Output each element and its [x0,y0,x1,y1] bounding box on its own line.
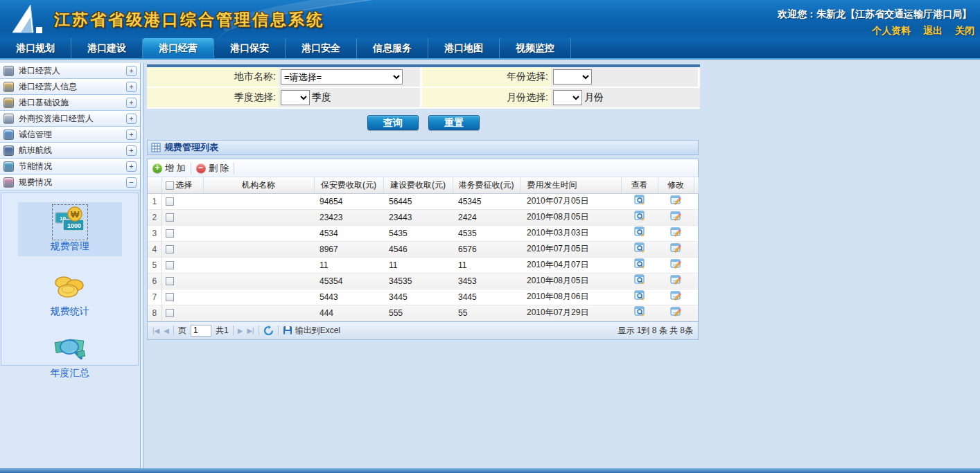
nav-tab-5[interactable]: 信息服务 [357,38,428,58]
next-page-icon[interactable]: ▶ [238,327,243,334]
nav-tab-7[interactable]: 视频监控 [500,38,571,58]
view-icon[interactable] [634,290,645,301]
expand-toggle-icon[interactable]: + [126,145,137,156]
quarter-label: 季度选择: [147,88,279,109]
city-select[interactable]: =请选择= [281,69,403,84]
nav-tab-1[interactable]: 港口建设 [71,38,143,58]
query-button[interactable]: 查询 [367,115,419,130]
view-icon[interactable] [634,226,645,238]
row-checkbox[interactable] [166,197,174,206]
security-fee-cell: 45354 [314,273,383,289]
date-column-header[interactable]: 费用发生时间 [520,177,621,193]
panel-title: 规费管理列表 [164,141,218,154]
submenu-item-annual-summary[interactable]: 年度汇总 [18,334,122,380]
expand-toggle-icon[interactable]: + [126,114,137,124]
expand-toggle-icon[interactable]: + [126,161,137,172]
reset-button[interactable]: 重置 [428,115,480,130]
fee-statistics-coins-icon [53,273,87,303]
row-checkbox[interactable] [166,229,174,238]
prev-page-icon[interactable]: ◀ [164,327,169,334]
row-checkbox[interactable] [166,245,174,253]
row-checkbox[interactable] [166,293,174,301]
view-column-header[interactable]: 查看 [621,177,658,193]
year-select[interactable] [553,69,592,84]
security-fee-cell: 94654 [314,193,383,209]
nav-tab-0[interactable]: 港口规划 [0,38,71,58]
year-field [551,67,700,88]
row-checkbox[interactable] [166,261,174,269]
nav-tab-6[interactable]: 港口地图 [428,38,500,58]
view-icon[interactable] [634,306,645,317]
org-column-header[interactable]: 机构名称 [203,177,314,193]
view-icon[interactable] [634,195,645,206]
sidebar: 港口经营人+港口经营人信息+港口基础设施+外商投资港口经营人+诚信管理+航班航线… [0,63,141,470]
edit-icon[interactable] [670,226,681,238]
foreign-investor-icon [3,114,14,124]
sidebar-item-0[interactable]: 港口经营人+ [0,63,140,79]
app-logo-icon [7,2,49,37]
edit-icon[interactable] [670,211,681,222]
close-link[interactable]: 关闭 [955,25,974,36]
select-column-header[interactable]: 选择 [161,177,203,193]
row-select-cell [161,257,203,273]
construction-fee-cell: 555 [383,305,453,321]
edit-icon[interactable] [670,195,681,206]
submenu-item-fee-management[interactable]: 10 1000 ₩ 规费管理 [18,202,122,256]
profile-link[interactable]: 个人资料 [872,25,911,36]
logout-link[interactable]: 退出 [923,25,943,36]
port-fee-column-header[interactable]: 港务费征收(元) [453,177,520,193]
rownum-header [148,177,161,193]
sidebar-item-4[interactable]: 诚信管理+ [0,127,140,143]
security-fee-column-header[interactable]: 保安费收取(元) [314,177,383,193]
first-page-icon[interactable]: |◀ [152,327,159,334]
edit-icon[interactable] [670,242,681,253]
nav-tab-4[interactable]: 港口安全 [286,38,357,58]
submenu-item-fee-statistics[interactable]: 规费统计 [18,273,122,318]
expand-toggle-icon[interactable]: + [126,130,137,140]
last-page-icon[interactable]: ▶| [247,327,254,334]
table-row: 34534543545352010年03月03日 [148,225,698,241]
edit-column-header[interactable]: 修改 [658,177,694,193]
row-checkbox[interactable] [166,309,174,317]
table-row: 51111112010年04月07日 [148,257,698,273]
edit-icon[interactable] [670,290,681,301]
port-fee-cell: 2424 [453,209,520,225]
filler-cell [694,273,698,289]
sidebar-item-7[interactable]: 规费情况− [0,175,140,190]
expand-toggle-icon[interactable]: + [126,66,137,76]
month-select[interactable] [553,90,582,105]
expand-toggle-icon[interactable]: − [126,177,137,188]
construction-fee-column-header[interactable]: 建设费收取(元) [383,177,453,193]
sidebar-item-2[interactable]: 港口基础设施+ [0,95,140,111]
page-number-input[interactable] [191,325,211,337]
row-number: 6 [148,273,161,289]
view-icon[interactable] [634,274,645,285]
sidebar-item-1[interactable]: 港口经营人信息+ [0,79,140,95]
edit-icon[interactable] [670,306,681,317]
edit-icon[interactable] [670,258,681,269]
expand-toggle-icon[interactable]: + [126,98,137,108]
select-all-checkbox[interactable] [166,181,174,190]
edit-icon[interactable] [670,274,681,285]
view-icon[interactable] [634,258,645,269]
view-icon[interactable] [634,242,645,253]
org-name-cell [203,193,314,209]
row-checkbox[interactable] [166,213,174,222]
nav-tab-2[interactable]: 港口经营 [143,38,214,58]
add-button[interactable]: + 增 加 [152,162,186,175]
sidebar-item-3[interactable]: 外商投资港口经营人+ [0,111,140,127]
save-disk-icon [283,325,292,335]
bottom-bar [0,468,980,473]
delete-button[interactable]: − 删 除 [196,162,229,175]
sidebar-item-6[interactable]: 节能情况+ [0,159,140,175]
sidebar-item-5[interactable]: 航班航线+ [0,143,140,159]
refresh-icon[interactable] [263,325,274,336]
expand-toggle-icon[interactable]: + [126,82,137,92]
view-icon[interactable] [634,211,645,222]
fee-date-cell: 2010年03月03日 [520,225,621,241]
row-checkbox[interactable] [166,277,174,285]
export-excel-button[interactable]: 输出到Excel [283,325,340,337]
quarter-select[interactable] [281,90,310,105]
nav-tab-3[interactable]: 港口保安 [214,38,286,58]
city-field: =请选择= [279,67,422,88]
